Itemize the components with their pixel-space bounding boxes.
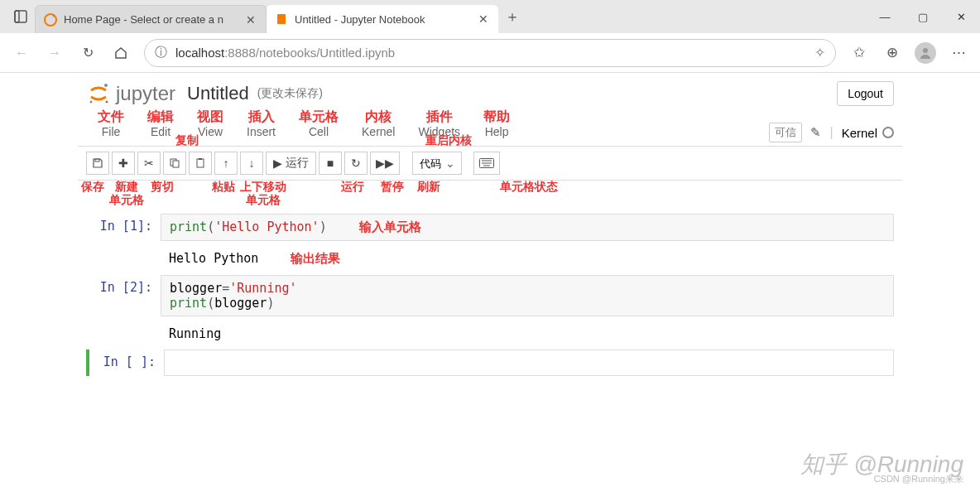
cell-output-1: Hello Python 输出结果: [86, 246, 894, 275]
avatar-icon: [915, 42, 936, 64]
site-info-icon[interactable]: ⓘ: [155, 45, 167, 60]
menubar: 文件File 编辑Edit 视图View 插入Insert 单元格Cell 内核…: [78, 109, 902, 147]
cell-output-2: Running: [86, 321, 894, 350]
annot-run: 运行: [341, 180, 364, 193]
url-text: localhost:8888/notebooks/Untitled.ipynb: [175, 46, 395, 60]
annot-move: 上下移动 单元格: [240, 180, 286, 206]
svg-point-6: [104, 84, 108, 87]
menu-help[interactable]: 帮助Help: [472, 109, 521, 142]
svg-rect-1: [15, 11, 19, 22]
annot-copy: 复制: [175, 133, 199, 147]
annot-output: 输出结果: [291, 251, 340, 266]
annot-refresh: 刷新: [417, 180, 440, 193]
cut-button[interactable]: ✂: [137, 152, 161, 175]
annot-new-cell: 新建 单元格: [109, 180, 144, 206]
save-button[interactable]: [86, 152, 109, 175]
notebook-title[interactable]: Untitled: [187, 83, 249, 104]
close-window-button[interactable]: ✕: [942, 0, 980, 33]
cell-type-select[interactable]: 代码: [412, 152, 462, 175]
move-down-button[interactable]: ↓: [240, 152, 263, 175]
jupyter-header: jupyter Untitled (更改未保存) Logout: [78, 73, 902, 109]
svg-rect-12: [197, 159, 204, 167]
maximize-button[interactable]: ▢: [904, 0, 942, 33]
svg-rect-13: [199, 158, 202, 160]
svg-rect-9: [95, 159, 99, 162]
trusted-indicator[interactable]: 可信: [769, 123, 802, 142]
tab-close-button[interactable]: ✕: [244, 13, 257, 27]
more-button[interactable]: ⋯: [942, 36, 975, 70]
command-palette-button[interactable]: [473, 152, 500, 175]
svg-point-3: [53, 14, 55, 16]
kernel-status-icon: [882, 127, 894, 138]
annot-input-cell: 输入单元格: [359, 219, 421, 234]
svg-point-7: [90, 101, 93, 104]
code-cell-1[interactable]: In [1]: print('Hello Python') 输入单元格: [86, 214, 894, 241]
cell-prompt: In [1]:: [86, 214, 161, 241]
menu-file[interactable]: 文件File: [86, 109, 136, 142]
jupyter-favicon-icon: [44, 13, 57, 27]
edit-icon[interactable]: ✎: [810, 125, 821, 140]
forward-button[interactable]: →: [38, 36, 71, 70]
notebook-area: In [1]: print('Hello Python') 输入单元格 Hell…: [78, 181, 902, 389]
jupyter-brand-text: jupyter: [116, 82, 175, 105]
window-controls: — ▢ ✕: [866, 0, 980, 33]
jupyter-logo[interactable]: jupyter: [86, 81, 175, 106]
annot-paste: 粘贴: [212, 180, 235, 193]
address-bar[interactable]: ⓘ localhost:8888/notebooks/Untitled.ipyn…: [144, 39, 836, 67]
tab-title: Home Page - Select or create a n: [64, 13, 239, 26]
menu-cell[interactable]: 单元格Cell: [287, 109, 350, 142]
jupyter-page: jupyter Untitled (更改未保存) Logout 文件File 编…: [0, 73, 980, 487]
cell-input[interactable]: blogger='Running' print(blogger): [161, 275, 894, 316]
cell-prompt: In [2]:: [86, 275, 161, 316]
tab-untitled-notebook[interactable]: Untitled - Jupyter Notebook ✕: [267, 5, 498, 33]
tab-title: Untitled - Jupyter Notebook: [295, 13, 472, 26]
minimize-button[interactable]: —: [866, 0, 904, 33]
favorite-button[interactable]: ✧: [814, 45, 825, 60]
refresh-button[interactable]: ↻: [71, 36, 104, 70]
address-row: ← → ↻ ⓘ localhost:8888/notebooks/Untitle…: [0, 33, 980, 73]
svg-point-8: [106, 101, 108, 104]
menu-kernel[interactable]: 内核Kernel: [350, 109, 406, 142]
profile-button[interactable]: [909, 36, 942, 70]
cell-input[interactable]: print('Hello Python') 输入单元格: [161, 214, 894, 241]
notebook-favicon-icon: [275, 12, 288, 26]
logout-button[interactable]: Logout: [837, 81, 894, 106]
annot-restart: 重启内核: [425, 133, 472, 147]
stop-button[interactable]: ■: [319, 152, 342, 175]
home-button[interactable]: [104, 36, 137, 70]
annot-cellstate: 单元格状态: [500, 180, 558, 193]
svg-point-5: [923, 48, 928, 53]
restart-button[interactable]: ↻: [344, 152, 368, 175]
menu-insert[interactable]: 插入Insert: [235, 109, 287, 142]
collections-button[interactable]: ⊕: [876, 36, 909, 70]
save-status: (更改未保存): [257, 86, 323, 101]
add-cell-button[interactable]: ✚: [112, 152, 135, 175]
move-up-button[interactable]: ↑: [214, 152, 238, 175]
tab-overview-button[interactable]: [7, 2, 35, 31]
watermark-secondary: CSDN @Running来来: [874, 473, 963, 485]
run-button[interactable]: ▶ 运行: [266, 152, 316, 175]
favorites-button[interactable]: ✩: [843, 36, 876, 70]
cell-input[interactable]: [164, 350, 894, 376]
back-button[interactable]: ←: [5, 36, 38, 70]
code-cell-2[interactable]: In [2]: blogger='Running' print(blogger): [86, 275, 894, 316]
jupyter-logo-icon: [86, 81, 111, 106]
new-tab-button[interactable]: ＋: [498, 0, 526, 33]
tab-close-button[interactable]: ✕: [477, 12, 490, 26]
annot-save: 保存: [81, 180, 104, 193]
cell-prompt: In [ ]:: [89, 350, 164, 376]
code-cell-3-active[interactable]: In [ ]:: [86, 350, 894, 376]
svg-rect-11: [173, 161, 179, 167]
kernel-indicator[interactable]: Kernel: [842, 126, 894, 140]
annot-cut: 剪切: [151, 180, 174, 193]
annot-stop: 暂停: [381, 180, 404, 193]
restart-run-button[interactable]: ▶▶: [370, 152, 400, 175]
tab-bar: Home Page - Select or create a n ✕ Untit…: [0, 0, 980, 33]
browser-chrome: Home Page - Select or create a n ✕ Untit…: [0, 0, 980, 73]
svg-rect-0: [15, 11, 26, 22]
paste-button[interactable]: [189, 152, 212, 175]
copy-button[interactable]: [163, 152, 186, 175]
tab-home-page[interactable]: Home Page - Select or create a n ✕: [35, 5, 267, 33]
toolbar: ✚ ✂ ↑ ↓ ▶ 运行 ■ ↻ ▶▶ 代码 保存 新建 单元格 剪切 复制 粘…: [78, 147, 902, 181]
svg-rect-4: [277, 14, 286, 24]
